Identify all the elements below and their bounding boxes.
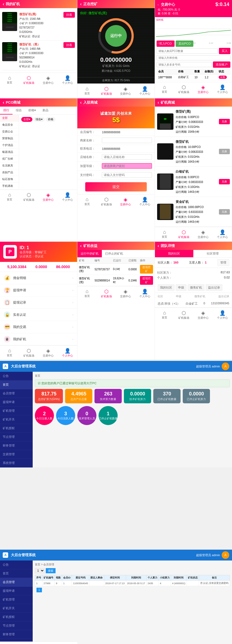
join-submit-btn[interactable]: 提交: [85, 182, 147, 191]
sidebar2-announcement[interactable]: 公告: [0, 561, 33, 569]
tab-my-community[interactable]: 我的社区: [155, 250, 194, 257]
tab-community-manage[interactable]: 社区管理: [193, 250, 232, 257]
shop-tab-rank[interactable]: 排行: [0, 107, 13, 114]
nav-home-2[interactable]: ⌂ 首页: [77, 85, 97, 97]
sidebar-nodes[interactable]: 节点管理: [0, 433, 33, 441]
nav-miner-3[interactable]: ⬡ 矿机集场: [174, 83, 193, 95]
shop-buy-btn-1[interactable]: 兑换: [219, 119, 230, 124]
cat-diamond[interactable]: 钻石首饰: [0, 176, 19, 183]
nav-profile-3[interactable]: 👤 个人中心: [213, 83, 232, 95]
store-name-input[interactable]: [102, 154, 152, 160]
micro-miner-btn[interactable]: 微售矿机: [188, 284, 204, 291]
sidebar2-nodes[interactable]: 节点管理: [0, 621, 33, 630]
nav-miner-1[interactable]: ⬡ 矿机集场: [19, 74, 39, 86]
nav-home-team[interactable]: ⌂首页: [155, 309, 174, 321]
cat-farm[interactable]: 农副产品: [0, 169, 19, 176]
nav-exchange-earn[interactable]: ◈交易中心: [116, 287, 135, 299]
nav-profile-1[interactable]: 👤 个人中心: [58, 74, 77, 86]
upgrade-btn[interactable]: 申级: [176, 284, 187, 291]
shop-tab-new[interactable]: 新品: [39, 107, 52, 114]
nav-profile-ms[interactable]: 👤个人中心: [213, 228, 232, 240]
nav-exchange-pco[interactable]: ◈交易中心: [39, 191, 58, 203]
nav-profile-2[interactable]: 👤 个人中心: [135, 85, 155, 97]
cat-silver[interactable]: 银器清品: [0, 149, 19, 156]
record-btn[interactable]: 益出记录: [206, 284, 222, 291]
my-community-btn[interactable]: 我的社区: [158, 284, 175, 291]
cat-fresh[interactable]: 优厂生鲜: [0, 156, 19, 162]
earn-action-2[interactable]: 提现挖矿: [140, 276, 153, 285]
nav-home-earn[interactable]: ⌂首页: [77, 287, 97, 299]
tab-running-miners[interactable]: 运行中的矿机: [77, 250, 102, 257]
earn-action-1[interactable]: 提现挖矿: [140, 265, 153, 274]
sidebar-withdraw[interactable]: 提现申请: [0, 398, 33, 407]
menu-kyc[interactable]: 🔒 实名认证 ›: [0, 309, 77, 321]
nav-profile-pco[interactable]: 👤个人中心: [58, 191, 77, 203]
manage-btn[interactable]: 管理: [217, 259, 229, 266]
sidebar-miner-mgmt[interactable]: 矿机管理: [0, 407, 33, 415]
price-input[interactable]: [157, 55, 230, 60]
nav-home-1[interactable]: ⌂ 首页: [0, 74, 19, 86]
sidebar-system[interactable]: 系统管理: [0, 459, 33, 467]
add-fund-btn[interactable]: 添加账户: [213, 61, 230, 68]
my-miner-back[interactable]: ‹: [3, 2, 4, 7]
nav-exchange-1[interactable]: ◈ 交易中心: [39, 74, 58, 86]
pco-shop-back[interactable]: ‹: [3, 100, 4, 105]
miner-action-btn-1[interactable]: 挂着: [63, 12, 75, 18]
nav-exchange-join[interactable]: ◈交易中心: [116, 196, 135, 208]
nav-profile-profile[interactable]: 👤个人中心: [58, 347, 77, 359]
cat-trade[interactable]: 交易公众: [0, 128, 19, 135]
nav-exchange-ms[interactable]: ◈交易中心: [193, 228, 213, 240]
filter-sort[interactable]: 综合▾: [33, 117, 45, 122]
filter-price[interactable]: 价格: [46, 117, 56, 122]
sidebar2-finance[interactable]: 财务管理: [0, 630, 33, 639]
nav-profile-earn[interactable]: 👤个人中心: [135, 287, 155, 299]
nav-exchange-2[interactable]: ◈ 交易中心: [116, 85, 135, 97]
miner-action-btn-2[interactable]: 挂着: [63, 42, 75, 48]
cat-all[interactable]: 全部: [0, 115, 19, 122]
sidebar2-miner-auth[interactable]: 矿机授权: [0, 613, 33, 621]
buy-amount-input[interactable]: [157, 48, 218, 54]
nav-exchange-team[interactable]: ◈交易中心: [193, 309, 213, 321]
sidebar2-miner-switch[interactable]: 矿机开关: [0, 604, 33, 613]
nav-profile-join[interactable]: 👤个人中心: [135, 196, 155, 208]
sidebar2-miner-mgmt[interactable]: 矿机管理: [0, 595, 33, 604]
running-back[interactable]: ‹: [80, 2, 81, 7]
nav-home-join[interactable]: ⌂首页: [77, 196, 97, 208]
cat-phone[interactable]: 手机调表: [0, 183, 19, 190]
team-back[interactable]: ‹: [158, 243, 159, 248]
miner-shop-back[interactable]: ‹: [158, 100, 159, 105]
nav-home-pco[interactable]: ⌂首页: [0, 191, 19, 203]
menu-my-miner[interactable]: 🖥 我的矿机 ›: [0, 333, 77, 345]
shop-name-input[interactable]: [102, 138, 152, 143]
shop-buy-btn-4[interactable]: 兑换: [219, 209, 230, 215]
sidebar-trades[interactable]: 交易管理: [0, 450, 33, 459]
menu-trade[interactable]: 💳 我的交易 ›: [0, 321, 77, 333]
nav-exchange-3[interactable]: ◈ 交易中心: [193, 83, 213, 95]
cat-honor[interactable]: 荣誉制品: [0, 135, 19, 142]
nav-home-profile[interactable]: ⌂首页: [0, 347, 19, 359]
nav-miner-ms[interactable]: ⬡矿机集场: [174, 228, 193, 240]
nav-miner-earn[interactable]: ⬡矿机集场: [97, 287, 116, 299]
sidebar-miner-switch[interactable]: 矿机开关: [0, 415, 33, 424]
menu-withdraw[interactable]: 🏆 提现申请 ›: [0, 284, 77, 296]
search-btn[interactable]: 搜索: [46, 568, 56, 573]
shop-tab-all[interactable]: 综合: [13, 107, 25, 114]
sidebar-members[interactable]: 会员管理: [0, 389, 33, 398]
nav-home-ms[interactable]: ⌂首页: [155, 228, 174, 240]
nav-miner-profile[interactable]: ⬡矿机集场: [19, 347, 39, 359]
menu-commission[interactable]: 💰 佣金明细 ›: [0, 272, 77, 284]
earnings-back[interactable]: ‹: [80, 243, 81, 248]
page-size-select[interactable]: 1: [35, 568, 45, 573]
shop-buy-btn-3[interactable]: 兑换: [219, 179, 230, 184]
tab-stopped-miners[interactable]: 已停止的矿机: [102, 250, 126, 257]
confirm-buy-btn[interactable]: 买入: [219, 48, 230, 54]
phone-input[interactable]: [157, 62, 212, 67]
sidebar-finance[interactable]: 财务管理: [0, 441, 33, 450]
menu-withdraw-history[interactable]: 📋 提现记录 ›: [0, 296, 77, 309]
pay-pwd-input[interactable]: [102, 172, 152, 178]
sidebar2-home[interactable]: 首页: [0, 569, 33, 578]
nav-miner-pco[interactable]: ⬡矿机集场: [19, 191, 39, 203]
nav-profile-team[interactable]: 👤个人中心: [213, 309, 232, 321]
nav-miner-team[interactable]: ⬡矿机集场: [174, 309, 193, 321]
join-level-input[interactable]: [102, 163, 152, 169]
